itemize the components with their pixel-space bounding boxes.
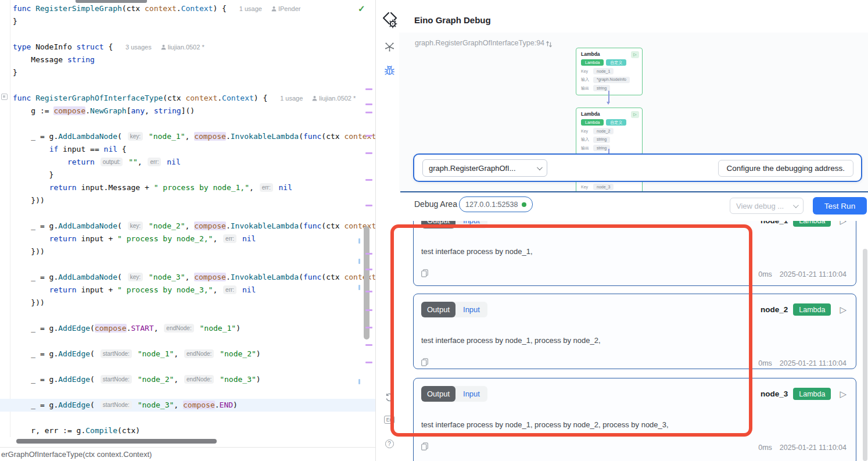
node-row-label: Key [581, 185, 589, 189]
output-list-scrollbar[interactable] [863, 249, 867, 461]
vcs-change-marker [365, 327, 372, 328]
code-area[interactable]: func RegisterSimpleGraph(ctx context.Con… [0, 0, 375, 437]
configure-address-label: Configure the debugging address. [727, 164, 845, 173]
sort-icon[interactable] [546, 40, 553, 50]
code-editor[interactable]: func RegisterSimpleGraph(ctx context.Con… [0, 0, 375, 461]
vcs-change-marker [365, 269, 372, 270]
graph-node-node3-fragment[interactable]: Keynode_3 [576, 182, 643, 191]
stripe-marker [358, 259, 360, 264]
graph-node-card[interactable]: LambdaLambda自定义Keynode_2输入string输出string… [576, 108, 643, 155]
code-line: })) [13, 194, 45, 207]
graph-select-dropdown[interactable]: graph.RegisterGraphOfI... [422, 159, 547, 177]
card-duration: 0ms [758, 444, 772, 452]
debug-area-label: Debug Area [414, 199, 457, 209]
edge-arrowhead [607, 102, 610, 105]
status-dot [522, 202, 526, 207]
node-badge: Lambda [581, 119, 604, 126]
refresh-icon[interactable] [383, 391, 396, 403]
inspections-ok-icon[interactable]: ✓ [358, 3, 365, 14]
vcs-change-marker [365, 309, 372, 311]
breadcrumb[interactable]: erGraphOfInterfaceType(ctx context.Conte… [1, 450, 152, 459]
tab-input[interactable]: Input [455, 221, 487, 228]
code-line: _ = g.AddEdge(compose.START, endNode: "n… [13, 322, 241, 335]
vcs-change-marker [365, 152, 372, 154]
tab-output[interactable]: Output [421, 302, 455, 317]
node-row-label: Key [581, 129, 589, 133]
node-badge: 自定义 [606, 119, 626, 126]
card-duration: 0ms [758, 359, 772, 367]
view-debug-label: View debug ... [736, 202, 784, 210]
input-method-badge[interactable]: En [383, 413, 396, 426]
node-play-button[interactable]: ▷ [631, 111, 639, 118]
eino-graph-debug-panel: Eino Graph Debug graph.RegisterGraphOfIn… [375, 0, 868, 461]
vcs-change-marker [365, 205, 372, 206]
vcs-change-marker [365, 291, 372, 292]
node-play-button[interactable]: ▷ [631, 51, 639, 58]
node-title: Lambda [581, 51, 637, 57]
panel-title: Eino Graph Debug [414, 15, 491, 25]
node-row-label: 输入 [581, 137, 589, 142]
graph-selector-bar: graph.RegisterGraphOfI... Configure the … [413, 153, 862, 182]
code-line: _ = g.AddEdge( startNode: "node_1", endN… [13, 348, 261, 360]
debug-address-badge: 127.0.0.1:52538 [459, 196, 533, 212]
debug-output-list[interactable]: OutputInputnode_1Lambda▷test interface p… [407, 221, 863, 461]
output-card-node_2: OutputInputnode_2Lambda▷test interface p… [413, 294, 856, 369]
node-row-label: 输出 [581, 145, 589, 151]
tab-input[interactable]: Input [455, 386, 487, 402]
graph-view-icon[interactable] [383, 40, 396, 53]
card-play-icon[interactable]: ▷ [840, 389, 847, 399]
card-timestamp: 2025-01-21 11:10:04 [780, 359, 847, 367]
eino-logo-icon [381, 10, 399, 32]
card-lambda-badge: Lambda [793, 303, 831, 316]
graph-function-ref: graph.RegisterGraphOfInterfaceType:94 [415, 39, 544, 47]
test-run-button[interactable]: Test Run [813, 197, 867, 215]
code-line: } [13, 169, 53, 181]
vcs-change-marker [365, 253, 372, 255]
card-node-name: node_2 [761, 305, 788, 314]
tab-output[interactable]: Output [421, 221, 455, 228]
code-line: type NodeInfo struct { 3 usagesliujian.0… [13, 41, 205, 53]
code-line: } [13, 15, 17, 28]
code-line: _ = g.AddLambdaNode( key: "node_3", comp… [13, 271, 375, 284]
code-line: Message string [13, 53, 95, 66]
copy-icon[interactable] [421, 269, 428, 280]
node-row-value: node_1 [593, 68, 614, 74]
code-line: return input.Message + " process by node… [13, 181, 292, 194]
vcs-change-marker [365, 103, 372, 105]
view-debug-dropdown[interactable]: View debug ... [730, 198, 804, 214]
card-output-text: test interface process by node_1, proces… [421, 420, 847, 429]
output-card-node_3: OutputInputnode_3Lambda▷test interface p… [413, 378, 856, 461]
card-lambda-badge: Lambda [793, 221, 831, 227]
node-row-value: node_2 [593, 128, 614, 134]
code-line: })) [13, 296, 45, 309]
tab-output[interactable]: Output [421, 386, 455, 402]
editor-vertical-scrollbar[interactable] [364, 226, 370, 340]
author-annotation: liujian.0502 * [312, 95, 356, 102]
node-row-value: node_3 [593, 184, 614, 190]
vcs-change-marker [365, 344, 372, 346]
card-play-icon[interactable]: ▷ [840, 305, 847, 315]
node-row-value: string [593, 145, 610, 151]
editor-horizontal-scrollbar[interactable] [16, 439, 217, 444]
graph-node-card[interactable]: LambdaLambda自定义Keynode_1输入*graph.NodeInf… [576, 48, 643, 95]
author-annotation: liujian.0502 * [161, 44, 205, 51]
code-line: r, err := g.Compile(ctx) [13, 424, 140, 437]
help-icon[interactable]: ? [383, 437, 396, 450]
tab-input[interactable]: Input [455, 302, 487, 317]
card-play-icon[interactable]: ▷ [840, 221, 847, 226]
node-row-value: string [593, 137, 610, 143]
edge-node1-node2 [608, 91, 609, 102]
copy-icon[interactable] [421, 358, 428, 369]
card-duration: 0ms [758, 270, 772, 278]
author-annotation: IPender [271, 5, 301, 12]
chevron-down-icon [793, 202, 799, 208]
debug-bug-icon[interactable] [383, 64, 396, 77]
vcs-change-marker [365, 112, 372, 113]
chevron-down-icon [537, 165, 543, 170]
debug-toolbar: Debug Area 127.0.0.1:52538 View debug ..… [400, 192, 868, 221]
node-row-value: string [593, 85, 610, 91]
code-line: } [13, 66, 17, 79]
copy-icon[interactable] [421, 442, 428, 453]
node-badge: Lambda [581, 59, 604, 66]
configure-address-button[interactable]: Configure the debugging address. [718, 160, 853, 177]
